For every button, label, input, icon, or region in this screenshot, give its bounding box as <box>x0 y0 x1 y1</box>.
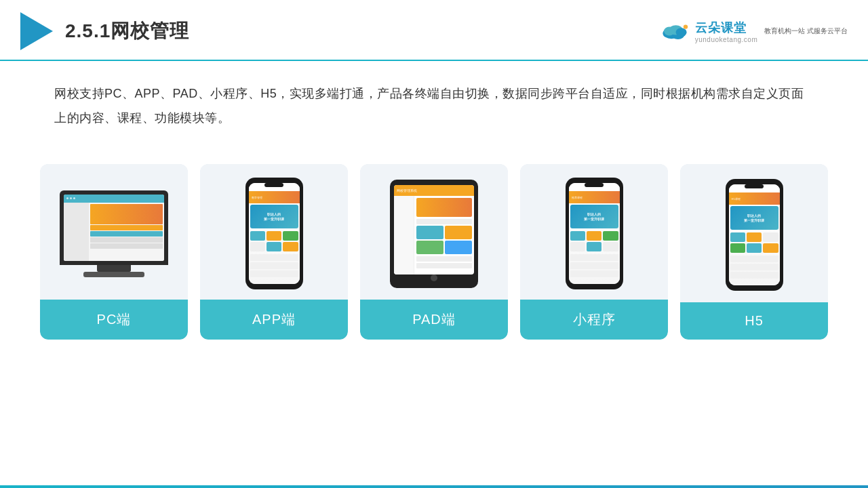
phone-notch-h5 <box>745 184 764 188</box>
pc-device <box>60 190 168 277</box>
pc-screen <box>64 195 164 261</box>
svg-point-5 <box>684 24 688 28</box>
page-title: 2.5.1网校管理 <box>65 18 189 44</box>
description-text: 网校支持PC、APP、PAD、小程序、H5，实现多端打通，产品各终端自由切换，数… <box>0 61 868 137</box>
phone-screen-app: 教学管理 职达人的第一堂升职课 <box>249 183 300 284</box>
header: 2.5.1网校管理 云朵课堂 yunduoketang.com 教育机构一站 式… <box>0 0 868 61</box>
card-image-app: 教学管理 职达人的第一堂升职课 <box>200 164 348 300</box>
card-label-app: APP端 <box>200 300 348 340</box>
description-paragraph: 网校支持PC、APP、PAD、小程序、H5，实现多端打通，产品各终端自由切换，数… <box>54 81 814 130</box>
tablet-screen: 网校管理系统 <box>394 185 474 275</box>
tablet-device: 网校管理系统 <box>390 180 478 288</box>
card-miniapp: 推荐课程 职达人的第一堂升职课 <box>520 164 668 340</box>
phone-notch <box>264 183 283 187</box>
pc-monitor <box>60 190 168 265</box>
card-image-pad: 网校管理系统 <box>360 164 508 300</box>
card-label-h5: H5 <box>680 302 828 340</box>
logo-triangle-icon <box>20 12 53 50</box>
card-image-pc <box>40 164 188 300</box>
phone-screen-h5: H5课程 职达人的第一堂升职课 <box>729 184 780 285</box>
phone-screen-miniapp: 推荐课程 职达人的第一堂升职课 <box>569 183 620 284</box>
brand-url: yunduoketang.com <box>695 36 758 43</box>
cloud-icon <box>658 20 691 42</box>
brand-tagline: 教育机构一站 式服务云平台 <box>764 26 848 36</box>
phone-device-h5: H5课程 职达人的第一堂升职课 <box>726 179 783 291</box>
brand-logo-icon: 云朵课堂 yunduoketang.com 教育机构一站 式服务云平台 <box>658 20 848 43</box>
brand-text-group: 云朵课堂 yunduoketang.com <box>695 20 758 43</box>
svg-point-4 <box>675 28 686 37</box>
card-image-h5: H5课程 职达人的第一堂升职课 <box>680 164 828 302</box>
brand-name: 云朵课堂 <box>695 20 758 36</box>
phone-notch-mini <box>585 183 604 187</box>
card-image-miniapp: 推荐课程 职达人的第一堂升职课 <box>520 164 668 300</box>
card-app: 教学管理 职达人的第一堂升职课 <box>200 164 348 340</box>
card-label-pc: PC端 <box>40 300 188 340</box>
phone-device-app: 教学管理 职达人的第一堂升职课 <box>245 178 303 289</box>
header-left: 2.5.1网校管理 <box>20 12 189 50</box>
card-h5: H5课程 职达人的第一堂升职课 <box>680 164 828 340</box>
phone-device-miniapp: 推荐课程 职达人的第一堂升职课 <box>566 178 623 289</box>
brand-logo: 云朵课堂 yunduoketang.com 教育机构一站 式服务云平台 <box>658 20 848 43</box>
card-pc: PC端 <box>40 164 188 340</box>
card-label-pad: PAD端 <box>360 300 508 340</box>
bottom-accent-line <box>0 485 868 488</box>
cards-container: PC端 教学管理 职达人的第一堂升职课 <box>0 144 868 340</box>
card-label-miniapp: 小程序 <box>520 300 668 340</box>
card-pad: 网校管理系统 <box>360 164 508 340</box>
header-right: 云朵课堂 yunduoketang.com 教育机构一站 式服务云平台 <box>658 20 848 43</box>
